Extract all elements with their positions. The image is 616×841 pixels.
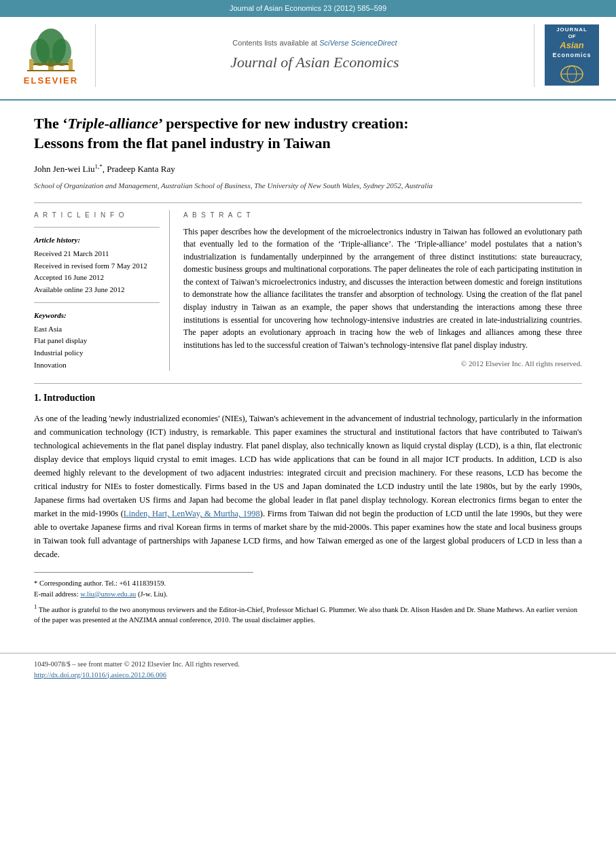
footer-issn: 1049-0078/$ – see front matter © 2012 El… <box>34 659 582 670</box>
article-title: The ‘Triple-alliance’ perspective for ne… <box>34 114 582 153</box>
abstract-column: A B S T R A C T This paper describes how… <box>183 210 582 372</box>
introduction-section: 1. Introduction As one of the leading 'n… <box>34 383 582 561</box>
keyword-1: East Asia <box>34 323 160 336</box>
revised-date: Received in revised form 7 May 2012 <box>34 260 160 272</box>
journal-title: Journal of Asian Economics <box>230 51 399 73</box>
journal-citation-bar: Journal of Asian Economics 23 (2012) 585… <box>0 0 616 17</box>
abstract-text: This paper describes how the development… <box>183 226 582 352</box>
intro-heading: 1. Introduction <box>34 391 582 405</box>
keywords-divider <box>34 302 160 303</box>
footnote-divider <box>34 572 253 573</box>
article-body-columns: A R T I C L E I N F O Article history: R… <box>34 210 582 372</box>
email-link[interactable]: w.liu@unsw.edu.au <box>80 590 136 598</box>
footnote-corresponding: * Corresponding author. Tel.: +61 411839… <box>34 578 582 600</box>
svg-point-2 <box>31 39 50 66</box>
svg-rect-6 <box>69 59 73 71</box>
svg-point-3 <box>52 39 71 66</box>
sciverse-line: Contents lists available at SciVerse Sci… <box>232 37 397 49</box>
article-info-column: A R T I C L E I N F O Article history: R… <box>34 210 170 372</box>
logo-journal-word: JOURNAL <box>556 26 587 33</box>
svg-rect-7 <box>27 70 75 71</box>
available-date: Available online 23 June 2012 <box>34 284 160 296</box>
footer-doi: http://dx.doi.org/10.1016/j.asieco.2012.… <box>34 670 582 681</box>
journal-header: ELSEVIER Contents lists available at Sci… <box>0 17 616 101</box>
main-content: The ‘Triple-alliance’ perspective for ne… <box>0 101 616 639</box>
accepted-date: Accepted 16 June 2012 <box>34 272 160 284</box>
citation-link-linden[interactable]: Linden, Hart, LenWay, & Murtha, 1998 <box>124 509 260 518</box>
keywords-label: Keywords: <box>34 310 160 321</box>
logo-economics-word: Economics <box>552 52 591 60</box>
affiliation: School of Organization and Management, A… <box>34 180 582 192</box>
intro-top-divider <box>34 383 582 384</box>
received-date: Received 21 March 2011 <box>34 248 160 260</box>
abstract-label: A B S T R A C T <box>183 210 582 220</box>
keyword-4: Innovation <box>34 359 160 372</box>
title-divider <box>34 202 582 203</box>
page-footer: 1049-0078/$ – see front matter © 2012 El… <box>0 653 616 686</box>
journal-logo-right: JOURNAL OF Asian Economics <box>541 24 602 88</box>
svg-rect-4 <box>31 63 71 65</box>
elsevier-logo: ELSEVIER <box>14 24 88 88</box>
doi-link[interactable]: http://dx.doi.org/10.1016/j.asieco.2012.… <box>34 671 166 679</box>
sciverse-link[interactable]: SciVerse ScienceDirect <box>319 39 397 47</box>
article-info-divider <box>34 227 160 228</box>
keyword-3: Industrial policy <box>34 347 160 359</box>
journal-logo-box: JOURNAL OF Asian Economics <box>545 24 599 86</box>
logo-of-word: OF <box>568 33 575 40</box>
intro-paragraph: As one of the leading 'newly industriali… <box>34 412 582 561</box>
elsevier-label: ELSEVIER <box>24 74 78 88</box>
logo-asian-word: Asian <box>560 40 583 52</box>
article-info-label: A R T I C L E I N F O <box>34 210 160 220</box>
keyword-2: Flat panel display <box>34 335 160 347</box>
article-history-label: Article history: <box>34 234 160 246</box>
copyright-line: © 2012 Elsevier Inc. All rights reserved… <box>183 358 582 370</box>
authors-line: John Jen-wei Liu1,*, Pradeep Kanta Ray <box>34 162 582 176</box>
journal-header-center: Contents lists available at SciVerse Sci… <box>95 24 535 88</box>
journal-citation-text: Journal of Asian Economics 23 (2012) 585… <box>230 4 386 12</box>
footnote-1: 1 The author is grateful to the two anon… <box>34 603 582 626</box>
svg-rect-5 <box>29 59 33 71</box>
logo-globe-icon <box>558 64 585 84</box>
elsevier-tree-icon <box>24 24 78 71</box>
